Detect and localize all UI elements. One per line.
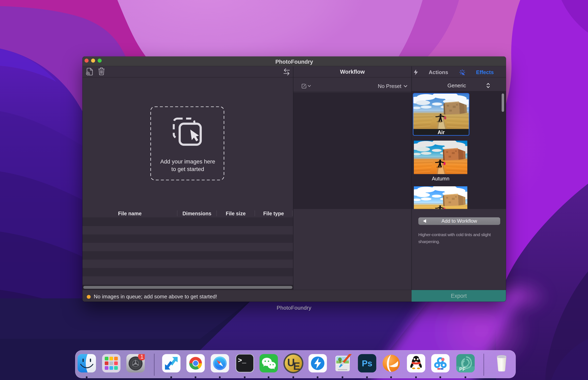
svg-text:PF: PF bbox=[459, 366, 466, 372]
svg-text:Ps: Ps bbox=[362, 359, 372, 368]
svg-text:>_: >_ bbox=[238, 357, 246, 364]
svg-text:E: E bbox=[293, 361, 300, 372]
svg-text:1: 1 bbox=[140, 354, 143, 360]
